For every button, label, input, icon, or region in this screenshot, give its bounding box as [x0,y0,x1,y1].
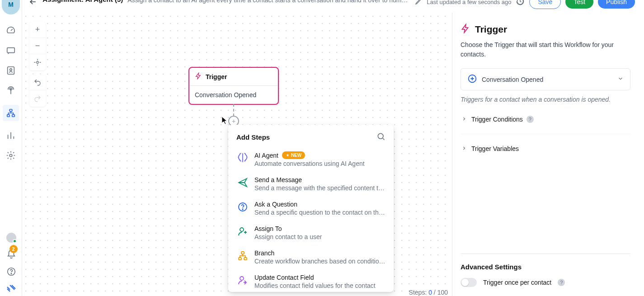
left-nav-sidebar: M 2 [0,0,22,296]
svg-rect-18 [244,258,247,260]
test-button[interactable]: Test [565,0,593,9]
trigger-conditions-accordion[interactable]: Trigger Conditions ? [461,112,630,127]
step-title: Branch [254,249,274,257]
save-button[interactable]: Save [529,0,561,9]
nav-user-presence[interactable] [6,233,16,243]
workflow-canvas[interactable]: + − Trigger Conversation Opened + [22,13,452,296]
chevron-right-icon [461,145,468,152]
back-button[interactable] [28,0,38,7]
workspace-avatar[interactable]: M [2,0,20,14]
canvas-toolbar: + − [29,22,46,107]
svg-point-14 [242,209,243,210]
step-description: Send a specific question to the contact … [254,209,385,216]
help-tooltip-icon[interactable]: ? [558,279,565,286]
send-icon [236,176,249,189]
trigger-select-dropdown[interactable]: Conversation Opened [461,68,630,90]
page-header: Assignment: AI Agent (5) Assign a contac… [22,0,644,13]
popover-title: Add Steps [236,133,270,141]
nav-workflows-icon[interactable] [3,105,19,121]
nav-help-icon[interactable] [6,266,17,277]
notif-count-badge: 2 [9,245,18,253]
svg-rect-5 [7,115,10,117]
svg-rect-6 [12,115,15,117]
question-icon [236,201,249,213]
workflow-title: Assignment: AI Agent (5) [42,0,123,3]
online-dot-icon [13,239,17,243]
step-title: Ask a Question [254,201,297,208]
trigger-sub-description: Triggers for a contact when a conversati… [461,96,630,103]
branch-icon [236,249,249,262]
svg-point-2 [10,69,12,71]
svg-point-12 [378,133,383,139]
panel-title: Trigger [475,24,507,35]
trigger-node[interactable]: Trigger Conversation Opened + [188,67,279,105]
new-badge: NEW [282,151,305,159]
svg-rect-16 [241,252,244,254]
trigger-node-value: Conversation Opened [189,86,278,104]
nav-reports-icon[interactable] [5,130,16,141]
step-description: Automate conversations using AI Agent [254,160,385,167]
step-title: Update Contact Field [254,274,314,281]
step-description: Create workflow branches based on condit… [254,258,385,265]
svg-point-7 [9,154,12,157]
step-option-branch[interactable]: BranchCreate workflow branches based on … [231,245,391,269]
step-description: Send a message with the specified conten… [254,184,385,192]
advanced-settings-title: Advanced Settings [461,263,630,271]
bolt-icon [461,23,470,35]
brain-icon [236,151,249,164]
publish-button[interactable]: Publish [598,0,635,9]
edit-icon[interactable] [415,0,422,6]
zoom-in-button[interactable]: + [29,22,46,38]
step-description: Modifies contact field values for the co… [254,282,385,289]
trigger-config-panel: Trigger Choose the Trigger that will sta… [452,13,644,296]
trigger-variables-accordion[interactable]: Trigger Variables [461,141,630,156]
step-title: AI Agent [254,152,278,159]
panel-description: Choose the Trigger that will start this … [461,40,630,59]
svg-point-19 [240,277,244,280]
update-icon [236,274,249,287]
step-title: Send a Message [254,176,302,183]
bolt-icon [195,72,202,81]
nav-contacts-icon[interactable] [5,65,16,76]
svg-point-11 [37,61,39,64]
nav-wings-icon[interactable] [6,283,17,294]
nav-messages-icon[interactable] [5,45,16,56]
history-icon[interactable] [516,0,525,7]
plus-circle-icon [467,74,477,85]
trigger-node-header-label: Trigger [206,73,227,80]
chevron-down-icon [617,75,624,83]
zoom-out-button[interactable]: − [29,38,46,54]
search-icon[interactable] [376,132,385,142]
chevron-right-icon [461,116,468,123]
help-tooltip-icon[interactable]: ? [526,116,534,123]
redo-button[interactable] [29,90,46,107]
svg-point-9 [11,273,11,274]
svg-rect-17 [239,258,241,260]
svg-rect-4 [9,109,12,112]
last-updated-label: Last updated a few seconds ago [427,0,511,5]
step-title: Assign To [254,225,282,232]
step-option-ask-a-question[interactable]: Ask a QuestionSend a specific question t… [231,196,391,221]
nav-notifications-icon[interactable]: 2 [6,249,17,260]
svg-point-3 [10,89,12,90]
add-steps-popover: Add Steps AI AgentNEWAutomate conversati… [228,125,394,292]
nav-broadcast-icon[interactable] [5,85,16,96]
trigger-once-toggle[interactable] [461,278,477,287]
workflow-description: Assign a contact to an AI agent every ti… [127,0,410,4]
svg-rect-0 [7,48,15,53]
trigger-select-label: Conversation Opened [482,76,613,83]
step-option-update-contact-field[interactable]: Update Contact FieldModifies contact fie… [231,269,391,292]
nav-speedometer-icon[interactable] [5,25,16,36]
recenter-button[interactable] [29,54,46,70]
nav-settings-icon[interactable] [5,150,16,161]
step-option-send-a-message[interactable]: Send a MessageSend a message with the sp… [231,172,391,196]
step-description: Assign contact to a user [254,233,385,240]
step-option-assign-to[interactable]: Assign ToAssign contact to a user [231,221,391,245]
step-option-ai-agent[interactable]: AI AgentNEWAutomate conversations using … [231,147,391,172]
svg-point-15 [240,228,244,231]
undo-button[interactable] [29,74,46,90]
assign-icon [236,225,249,238]
trigger-once-label: Trigger once per contact [483,279,551,286]
step-counter: Steps: 0 / 100 [409,289,448,296]
